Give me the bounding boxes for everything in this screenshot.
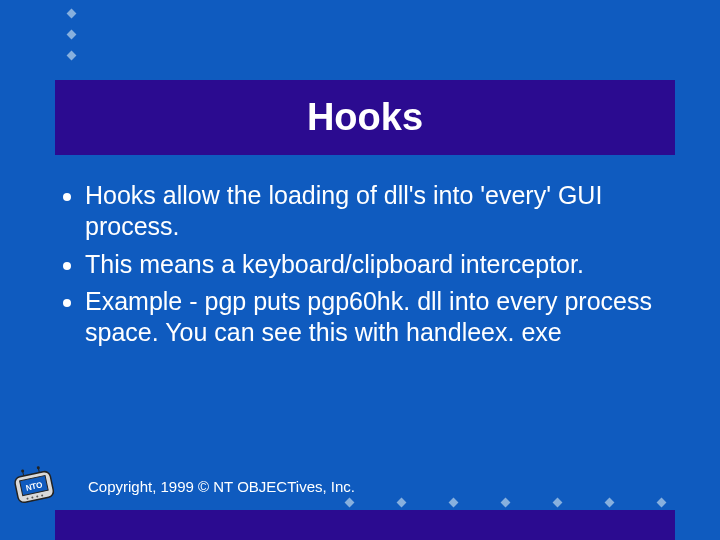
diamond-icon (67, 9, 77, 19)
svg-point-5 (37, 466, 41, 470)
bullet-list: Hooks allow the loading of dll's into 'e… (55, 180, 665, 348)
diamond-icon (67, 51, 77, 61)
bullet-item: This means a keyboard/clipboard intercep… (85, 249, 665, 280)
diamond-icon (449, 498, 459, 508)
slide: Hooks Hooks allow the loading of dll's i… (0, 0, 720, 540)
diamond-icon (397, 498, 407, 508)
diamond-icon (345, 498, 355, 508)
bullet-item: Example - pgp puts pgp60hk. dll into eve… (85, 286, 665, 349)
nto-logo-icon: NTO (8, 464, 60, 508)
slide-title: Hooks (307, 96, 423, 139)
diamond-icon (67, 30, 77, 40)
diamond-icon (605, 498, 615, 508)
bullet-item: Hooks allow the loading of dll's into 'e… (85, 180, 665, 243)
bottom-bar (55, 510, 675, 540)
copyright-text: Copyright, 1999 © NT OBJECTives, Inc. (88, 478, 355, 495)
diamond-icon (501, 498, 511, 508)
title-bar: Hooks (55, 80, 675, 155)
svg-point-4 (21, 469, 25, 473)
decorative-bottom-diamonds (346, 499, 665, 506)
diamond-icon (553, 498, 563, 508)
content-area: Hooks allow the loading of dll's into 'e… (55, 180, 665, 354)
decorative-top-diamonds (68, 10, 75, 59)
diamond-icon (657, 498, 667, 508)
